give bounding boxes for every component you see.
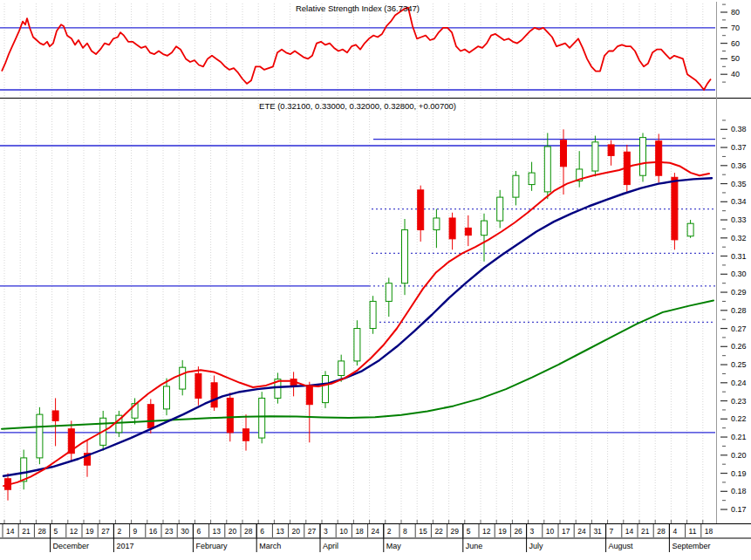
svg-text:0.22: 0.22 <box>731 414 747 423</box>
week-label: 19 <box>498 527 507 536</box>
week-label: 21 <box>22 527 31 536</box>
week-label: 15 <box>419 527 427 536</box>
month-label: February <box>195 542 228 550</box>
month-label: July <box>529 542 544 550</box>
svg-text:0.31: 0.31 <box>731 252 747 261</box>
candle-week-20 <box>323 371 329 408</box>
svg-text:0.20: 0.20 <box>731 451 747 460</box>
week-label: 31 <box>593 527 602 536</box>
week-label: 27 <box>101 527 110 536</box>
month-label: August <box>609 542 634 550</box>
stock-chart-window: 80706050400.380.370.360.350.340.330.320.… <box>0 0 751 560</box>
svg-text:0.25: 0.25 <box>731 360 747 369</box>
week-label: 16 <box>149 527 158 536</box>
svg-text:0.29: 0.29 <box>731 288 747 297</box>
week-label: 12 <box>70 527 79 536</box>
date-axis: 1421285121927291623306132028613202731018… <box>0 520 751 552</box>
candle-week-42 <box>672 173 678 249</box>
week-label: 14 <box>6 527 15 536</box>
week-label: 14 <box>625 527 634 536</box>
week-label: 28 <box>244 527 253 536</box>
candle-week-25 <box>402 219 408 295</box>
svg-text:0.27: 0.27 <box>731 324 747 333</box>
svg-text:0.26: 0.26 <box>731 342 747 351</box>
week-label: 8 <box>403 527 407 536</box>
svg-text:70: 70 <box>731 24 740 32</box>
week-label: 24 <box>372 527 380 536</box>
week-label: 23 <box>165 527 174 536</box>
svg-text:0.19: 0.19 <box>731 469 747 478</box>
month-label: September <box>672 542 710 550</box>
week-label: 27 <box>308 527 317 536</box>
week-label: 30 <box>181 527 189 536</box>
week-label: 13 <box>213 527 222 536</box>
right-axis: 80706050400.380.370.360.350.340.330.320.… <box>717 2 747 523</box>
week-label: 11 <box>689 527 697 536</box>
week-label: 26 <box>514 527 522 536</box>
candle-week-37 <box>592 136 598 177</box>
week-label: 7 <box>610 527 614 536</box>
svg-text:80: 80 <box>731 8 740 17</box>
week-label: 5 <box>54 527 58 536</box>
svg-text:0.36: 0.36 <box>731 161 747 170</box>
week-label: 20 <box>292 527 301 536</box>
month-label: March <box>259 542 281 550</box>
week-label: 12 <box>482 527 491 536</box>
week-label: 18 <box>705 527 713 536</box>
week-label: 2 <box>117 527 121 536</box>
month-label: April <box>323 542 338 550</box>
week-label: 4 <box>672 527 677 536</box>
week-label: 3 <box>324 527 328 536</box>
candle-week-16 <box>259 392 265 443</box>
svg-text:0.33: 0.33 <box>731 215 747 224</box>
svg-text:0.37: 0.37 <box>731 143 747 152</box>
week-label: 10 <box>339 527 348 536</box>
week-label: 5 <box>467 527 471 536</box>
week-label: 9 <box>133 527 138 536</box>
week-label: 28 <box>38 527 46 536</box>
svg-text:0.32: 0.32 <box>731 234 747 242</box>
svg-text:0.21: 0.21 <box>731 433 747 441</box>
candle-week-41 <box>656 133 662 182</box>
chart-canvas[interactable]: 80706050400.380.370.360.350.340.330.320.… <box>0 0 751 560</box>
week-label: 21 <box>641 527 650 536</box>
svg-text:40: 40 <box>731 70 740 79</box>
svg-text:0.18: 0.18 <box>731 487 747 495</box>
svg-text:0.30: 0.30 <box>731 270 747 278</box>
week-label: 10 <box>546 527 555 536</box>
week-label: 18 <box>355 527 364 536</box>
week-label: 19 <box>85 527 94 536</box>
month-label: December <box>53 542 90 550</box>
week-label: 3 <box>530 527 535 536</box>
week-label: 13 <box>276 527 284 536</box>
svg-text:0.23: 0.23 <box>731 397 747 406</box>
candle-week-23 <box>370 296 376 334</box>
svg-text:0.28: 0.28 <box>731 306 747 315</box>
month-label: May <box>386 542 402 550</box>
week-label: 2 <box>387 527 392 536</box>
week-label: 6 <box>196 527 201 536</box>
week-label: 20 <box>229 527 237 536</box>
week-label: 24 <box>577 527 586 536</box>
svg-text:50: 50 <box>731 54 740 63</box>
svg-text:0.24: 0.24 <box>731 379 747 387</box>
candle-week-2 <box>37 407 43 464</box>
week-label: 28 <box>657 527 666 536</box>
svg-text:0.38: 0.38 <box>731 125 747 133</box>
month-label: June <box>466 542 483 550</box>
svg-text:0.34: 0.34 <box>731 197 747 206</box>
week-label: 6 <box>260 527 264 536</box>
week-label: 22 <box>434 527 443 536</box>
week-label: 29 <box>451 527 460 536</box>
plot-areas[interactable] <box>0 0 715 523</box>
svg-text:0.17: 0.17 <box>731 505 747 514</box>
svg-text:0.35: 0.35 <box>731 180 747 188</box>
week-label: 17 <box>562 527 570 536</box>
month-label: 2017 <box>116 542 133 550</box>
candle-week-40 <box>640 133 646 181</box>
svg-text:60: 60 <box>731 39 740 48</box>
